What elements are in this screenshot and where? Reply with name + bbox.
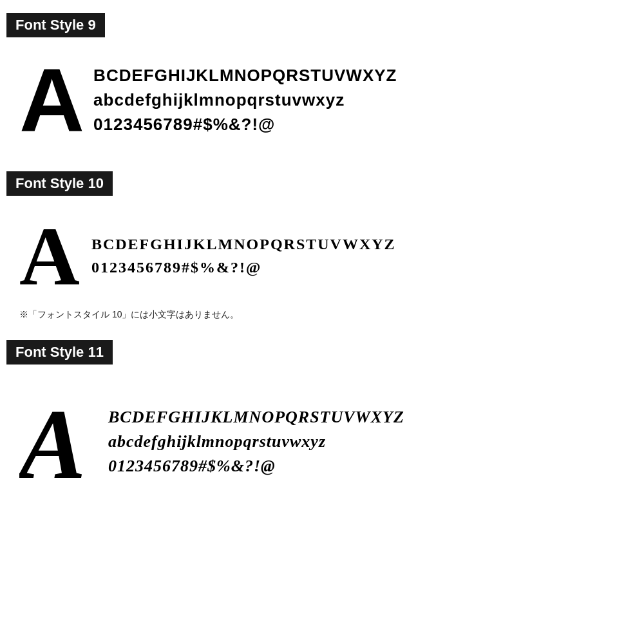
font-style-9-demo: A BCDEFGHIJKLMNOPQRSTUVWXYZ abcdefghijkl… [6,49,638,152]
font-style-10-line1: BCDEFGHIJKLMNOPQRSTUVWXYZ [91,232,396,256]
svg-text:A: A [19,389,86,486]
font-style-10-section: Font Style 10 A BCDEFGHIJKLMNOPQRSTUVWXY… [6,171,638,321]
font-style-9-line1: BCDEFGHIJKLMNOPQRSTUVWXYZ [93,64,397,88]
font-style-9-line2: abcdefghijklmnopqrstuvwxyz [93,88,397,113]
font-style-10-label: Font Style 10 [6,171,113,196]
font-style-10-chars: BCDEFGHIJKLMNOPQRSTUVWXYZ 0123456789#$%&… [91,232,396,279]
font-style-11-line2: abcdefghijklmnopqrstuvwxyz [108,430,404,454]
font-style-10-note: ※「フォントスタイル 10」には小文字はありません。 [6,309,638,321]
font-style-11-label: Font Style 11 [6,340,113,365]
font-style-11-line1: BCDEFGHIJKLMNOPQRSTUVWXYZ [108,405,404,430]
font-style-10-big-letter: A [19,214,80,298]
font-style-9-chars: BCDEFGHIJKLMNOPQRSTUVWXYZ abcdefghijklmn… [93,64,397,137]
font-style-11-big-letter: A [19,383,97,501]
font-style-10-line2: 0123456789#$%&?!@ [91,256,396,279]
font-style-9-line3: 0123456789#$%&?!@ [93,113,397,137]
page: Font Style 9 A BCDEFGHIJKLMNOPQRSTUVWXYZ… [0,0,644,644]
font-style-9-big-letter: A [19,55,82,146]
font-style-11-chars: BCDEFGHIJKLMNOPQRSTUVWXYZ abcdefghijklmn… [108,405,404,478]
font-style-10-demo: A BCDEFGHIJKLMNOPQRSTUVWXYZ 0123456789#$… [6,207,638,304]
font-style-11-line3: 0123456789#$%&?!@ [108,454,404,478]
font-style-11-demo: A BCDEFGHIJKLMNOPQRSTUVWXYZ abcdefghijkl… [6,376,638,507]
style11-A-svg: A [19,383,97,486]
font-style-9-label: Font Style 9 [6,13,105,37]
font-style-9-section: Font Style 9 A BCDEFGHIJKLMNOPQRSTUVWXYZ… [6,13,638,152]
font-style-11-section: Font Style 11 A BCDEFGHIJKLMNOPQRSTUVWXY… [6,340,638,507]
